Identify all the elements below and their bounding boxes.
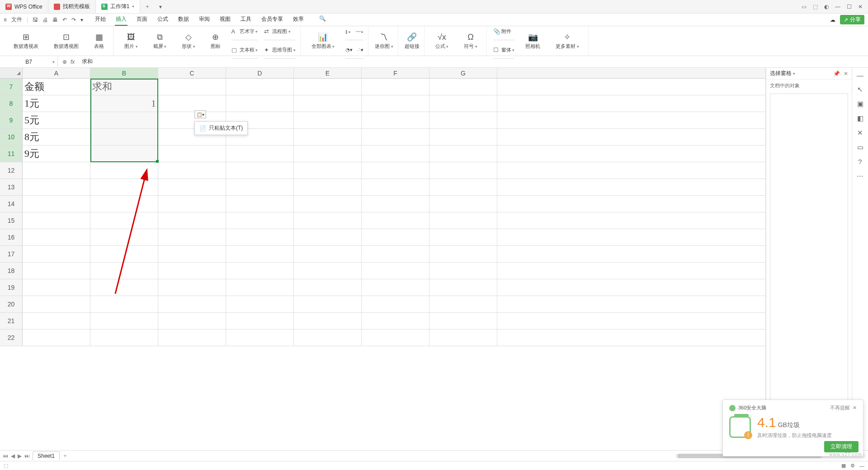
cell-G19[interactable] — [429, 279, 497, 296]
paste-options-menu[interactable]: 📄 只粘贴文本(T) — [194, 121, 248, 135]
cell-C13[interactable] — [158, 179, 226, 195]
sparkline-button[interactable]: 〽迷你图 — [370, 26, 398, 56]
share-button[interactable]: ↗ 分享 — [840, 15, 864, 24]
cell-B15[interactable] — [90, 212, 158, 229]
cloud-icon[interactable]: ☁ — [830, 17, 835, 23]
cell-B20[interactable] — [90, 296, 158, 312]
panel-icon[interactable]: ▭ — [802, 4, 807, 10]
all-charts-button[interactable]: 📊全部图表 — [307, 26, 340, 56]
cell-B10[interactable] — [90, 129, 158, 145]
form-button[interactable]: ☐窗体 — [493, 42, 515, 59]
selection-pane-title[interactable]: 选择窗格 — [770, 70, 795, 77]
sheet-nav-last[interactable]: ⏭ — [24, 453, 30, 459]
spreadsheet-grid[interactable]: A B C D E F G 7金额求和81元195元108元119元121314… — [0, 68, 766, 450]
more-icon[interactable]: ⋯ — [857, 172, 863, 180]
row-header-10[interactable]: 10 — [0, 129, 23, 145]
pin-icon[interactable]: 📌 — [833, 70, 840, 77]
cell-A21[interactable] — [23, 313, 90, 329]
col-header-A[interactable]: A — [23, 68, 90, 78]
menu-tab-view[interactable]: 视图 — [219, 14, 231, 26]
cell-B21[interactable] — [90, 313, 158, 329]
col-header-F[interactable]: F — [362, 68, 429, 78]
cell-D22[interactable] — [226, 329, 294, 346]
cell-A8[interactable]: 1元 — [23, 95, 90, 112]
cell-B17[interactable] — [90, 246, 158, 262]
cell-D15[interactable] — [226, 212, 294, 229]
cell-G8[interactable] — [429, 95, 497, 112]
file-menu[interactable]: 文件 — [11, 16, 22, 24]
cell-A10[interactable]: 8元 — [23, 129, 90, 145]
collapse-icon[interactable]: — — [857, 71, 863, 79]
tab-find-template[interactable]: 找稻壳模板 — [48, 0, 96, 13]
cell-G15[interactable] — [429, 212, 497, 229]
cell-E17[interactable] — [294, 246, 362, 262]
cell-F16[interactable] — [362, 229, 429, 245]
zoom-slider[interactable]: — — [859, 463, 864, 469]
row-header-12[interactable]: 12 — [0, 162, 23, 179]
cell-F20[interactable] — [362, 296, 429, 312]
mindmap-button[interactable]: ✦思维导图 — [264, 42, 296, 59]
style-icon[interactable]: ◧ — [857, 114, 863, 122]
shapes-button[interactable]: ◇形状 — [177, 26, 200, 56]
cell-B18[interactable] — [90, 263, 158, 279]
cell-A19[interactable] — [23, 279, 90, 296]
pivot-chart-button[interactable]: ⊡数据透视图 — [49, 26, 83, 56]
cell-C12[interactable] — [158, 162, 226, 179]
cell-B8[interactable]: 1 — [90, 95, 158, 112]
screenshot-button[interactable]: ⧉截屏 — [149, 26, 171, 56]
cell-C22[interactable] — [158, 329, 226, 346]
layout-icon[interactable]: ▣ — [857, 100, 863, 108]
cell-G9[interactable] — [429, 112, 497, 128]
clean-now-button[interactable]: 立即清理 — [824, 441, 859, 452]
pivot-table-button[interactable]: ⊞数据透视表 — [9, 26, 43, 56]
print-preview-icon[interactable]: 🖶 — [52, 17, 58, 23]
cell-G12[interactable] — [429, 162, 497, 179]
row-header-11[interactable]: 11 — [0, 146, 23, 162]
row-header-14[interactable]: 14 — [0, 196, 23, 212]
col-header-D[interactable]: D — [226, 68, 294, 78]
cell-C7[interactable] — [158, 79, 226, 95]
row-header-22[interactable]: 22 — [0, 329, 23, 346]
menu-tab-review[interactable]: 审阅 — [198, 14, 211, 26]
cell-D21[interactable] — [226, 313, 294, 329]
menu-tab-data[interactable]: 数据 — [177, 14, 190, 26]
select-all-corner[interactable] — [0, 68, 23, 78]
cell-C20[interactable] — [158, 296, 226, 312]
cell-E15[interactable] — [294, 212, 362, 229]
user-icon[interactable]: ◐ — [824, 4, 829, 10]
cell-D13[interactable] — [226, 179, 294, 195]
cell-E22[interactable] — [294, 329, 362, 346]
cell-D17[interactable] — [226, 246, 294, 262]
cell-E14[interactable] — [294, 196, 362, 212]
bar-chart-icon[interactable]: ⫿▾ — [345, 29, 351, 34]
cell-E8[interactable] — [294, 95, 362, 112]
menu-icon[interactable]: ≡ — [4, 17, 7, 23]
cell-B14[interactable] — [90, 196, 158, 212]
screen-icon[interactable]: ▭ — [857, 143, 863, 151]
cell-B7[interactable]: 求和 — [90, 79, 158, 95]
close-button[interactable]: ✕ — [858, 4, 863, 10]
cell-E21[interactable] — [294, 313, 362, 329]
cell-G10[interactable] — [429, 129, 497, 145]
row-header-21[interactable]: 21 — [0, 313, 23, 329]
cell-G18[interactable] — [429, 263, 497, 279]
menu-tab-insert[interactable]: 插入 — [115, 14, 127, 26]
icons-button[interactable]: ⊕图标 — [206, 26, 225, 56]
attachment-button[interactable]: 📎附件 — [493, 24, 515, 40]
fx-icon[interactable]: fx — [71, 59, 75, 65]
scatter-chart-icon[interactable]: ∴▾ — [358, 47, 363, 53]
status-icon[interactable]: ⬚ — [4, 463, 8, 469]
menu-tab-page[interactable]: 页面 — [136, 14, 148, 26]
cell-A9[interactable]: 5元 — [23, 112, 90, 128]
row-header-20[interactable]: 20 — [0, 296, 23, 312]
pie-chart-icon[interactable]: ◔▾ — [345, 47, 353, 53]
cell-D7[interactable] — [226, 79, 294, 95]
more-assets-button[interactable]: ✧更多素材 — [551, 26, 584, 56]
row-header-16[interactable]: 16 — [0, 229, 23, 245]
cell-G20[interactable] — [429, 296, 497, 312]
sheet-nav-next[interactable]: ▶ — [18, 453, 22, 459]
cell-A12[interactable] — [23, 162, 90, 179]
cell-F9[interactable] — [362, 112, 429, 128]
cell-E12[interactable] — [294, 162, 362, 179]
col-header-E[interactable]: E — [294, 68, 362, 78]
